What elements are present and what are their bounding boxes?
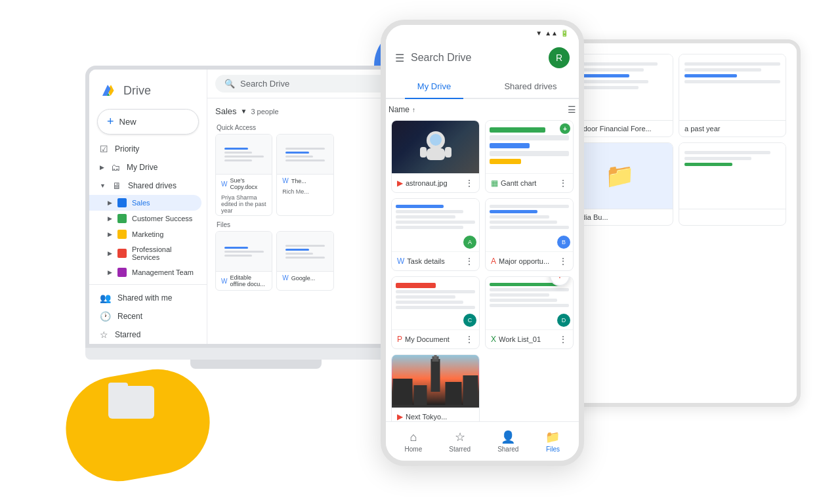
file-label: W The... [277,174,333,187]
sidebar-item-professional[interactable]: ▶ Professional Services [89,242,207,264]
drive-topbar: 🔍 Search Drive [207,70,403,98]
svg-rect-3 [420,147,427,158]
sidebar-item-marketing[interactable]: ▶ Marketing [89,226,207,242]
more-options-icon[interactable]: ⋮ [558,256,568,266]
tab-shared-drives-label: Shared drives [504,81,556,91]
major-preview: B [486,199,573,251]
nav-starred[interactable]: ☆ Starred [449,430,471,453]
sort-button[interactable]: Name ↑ [388,105,415,114]
more-options-icon[interactable]: ⋮ [558,178,568,188]
nav-shared[interactable]: 👤 Shared [497,430,518,453]
tablet-file-grid: Outdoor Financial Fore... a past year [560,49,791,231]
hamburger-menu-icon[interactable]: ☰ [395,52,404,64]
phone-bottom-nav: ⌂ Home ☆ Starred 👤 Shared 📁 Files [386,421,579,461]
file-card-gantt[interactable]: + ▦ Gantt chart ⋮ [485,120,574,193]
word-icon: W [221,278,227,285]
file-name-gantt: Gantt chart [501,179,536,187]
preview-line [224,255,252,257]
home-nav-label: Home [405,446,423,453]
file-card[interactable]: W Editable offline docu... [215,231,272,291]
doc-line [396,205,444,208]
word-icon: W [221,180,227,188]
list-view-icon[interactable]: ☰ [568,104,576,115]
word-icon: W [282,177,288,184]
tab-shared-drives[interactable]: Shared drives [482,75,579,98]
sidebar-item-priority[interactable]: ☑ Priority [89,140,207,158]
files-nav-icon: 📁 [545,430,560,444]
search-box[interactable]: 🔍 Search Drive [215,75,395,93]
sidebar-item-recent[interactable]: 🕐 Recent [89,307,207,326]
file-name-row: A Major opportu... [491,257,549,266]
sidebar-item-mydrive[interactable]: ▶ 🗂 My Drive [89,158,207,177]
nav-files[interactable]: 📁 Files [545,430,560,453]
wifi-icon: ▼ [536,30,542,37]
preview-line [224,159,252,161]
drive-content-area: Sales ▼ 3 people Quick Access [207,98,403,344]
prof-folder-icon [117,249,127,258]
cs-folder-icon [117,214,127,223]
file-card-task[interactable]: A W Task details ⋮ [391,198,480,271]
doc-line [490,304,569,307]
laptop-base [85,348,427,360]
battery-icon: 🔋 [560,30,568,37]
preview-line [285,257,325,259]
file-card-major[interactable]: B A Major opportu... ⋮ [485,198,574,271]
sidebar-item-sales[interactable]: ▶ Sales [89,195,201,211]
expand-arrow-icon: ▶ [108,231,112,238]
mgmt-folder-icon [117,268,127,277]
preview-lines [285,243,325,261]
preview-lines [224,245,264,259]
file-card-tokyo[interactable]: ▶ Next Tokyo... [391,354,480,421]
sidebar-label: Priority [115,144,139,154]
new-button[interactable]: + New [97,109,199,135]
user-avatar-badge: C [463,314,476,327]
sidebar-item-shareddrives[interactable]: ▼ 🖥 Shared drives [89,177,207,195]
sidebar-label: Professional Services [132,245,196,261]
file-card-mydoc[interactable]: C P My Document ⋮ [391,276,480,349]
file-card[interactable]: W Sue's Copy.docx Priya Sharma edited in… [215,134,272,216]
preview-line [285,152,309,154]
astronaut-image [392,121,479,173]
phone-tabs: My Drive Shared drives [386,75,579,99]
phone-search-text[interactable]: Search Drive [411,52,542,64]
doc-line [490,220,557,224]
starred-nav-label: Starred [449,446,471,453]
file-name-worklist: Work List_01 [499,335,541,343]
more-options-icon[interactable]: ⋮ [465,178,474,188]
more-options-icon[interactable]: ⋮ [558,334,568,345]
doc-line [490,293,549,297]
priority-icon: ☑ [100,144,108,154]
mydrive-icon: 🗂 [111,162,120,173]
sidebar-label: My Drive [127,163,158,172]
preview-line [224,156,264,158]
laptop-stand [190,360,322,369]
preview-line [285,148,325,150]
astronaut-preview [392,121,479,173]
more-options-icon[interactable]: ⋮ [465,334,474,345]
file-card-astronaut[interactable]: ▶ astronaut.jpg ⋮ [391,120,480,193]
tab-my-drive[interactable]: My Drive [386,75,482,98]
preview-line [224,152,252,154]
ppt-icon: P [397,335,402,344]
sidebar-item-management[interactable]: ▶ Management Team [89,264,207,280]
file-card[interactable]: W Google... [276,231,333,291]
file-card[interactable]: W The... Rich Me... [276,134,333,216]
sidebar-item-shared[interactable]: 👥 Shared with me [89,289,207,307]
sidebar-item-starred[interactable]: ☆ Starred [89,326,207,344]
file-card-worklist[interactable]: D X Work List_01 ⋮ + [485,276,574,349]
sidebar-label: Customer Success [132,215,192,222]
sidebar-item-customer-success[interactable]: ▶ Customer Success [89,211,207,226]
user-avatar[interactable]: R [549,47,570,68]
more-options-icon[interactable]: ⋮ [465,256,474,266]
tablet-file-card: a past year [679,54,786,137]
sidebar-item-trash[interactable]: 🗑 Trash [89,344,207,348]
svg-rect-2 [427,148,445,160]
shared-nav-label: Shared [497,446,518,453]
shared-icon: 👥 [100,293,111,303]
nav-home[interactable]: ⌂ Home [405,430,423,453]
svg-rect-11 [446,382,462,405]
user-avatar-badge: A [463,236,476,249]
tablet-file-label: a past year [679,120,786,136]
preview-line [285,249,309,251]
new-button-label: New [119,117,136,127]
